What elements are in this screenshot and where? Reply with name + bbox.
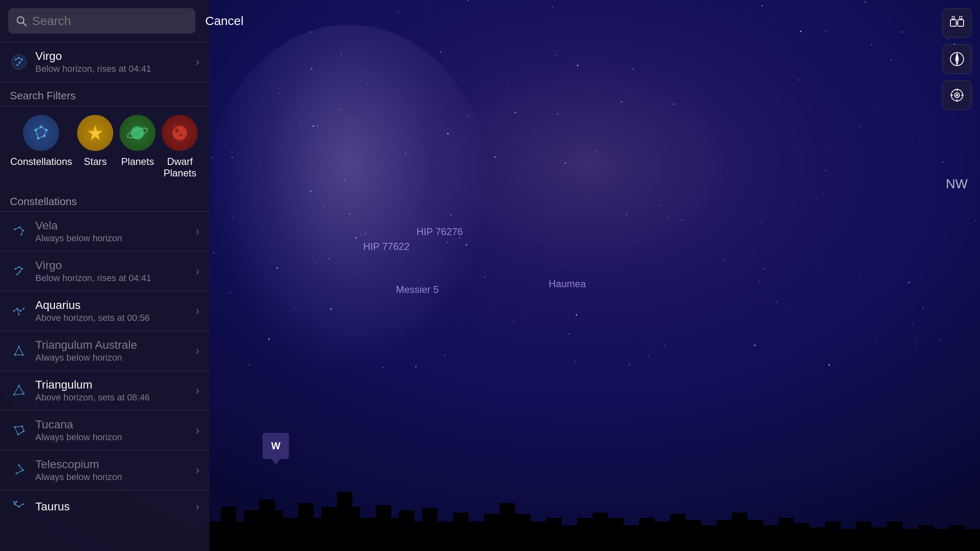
svg-point-2 bbox=[11, 55, 26, 69]
constellations-section-title: Constellations bbox=[0, 191, 209, 211]
constellation-list-text: Virgo Below horizon, rises at 04:41 bbox=[35, 259, 188, 284]
svg-point-100 bbox=[956, 94, 958, 96]
svg-line-18 bbox=[41, 127, 46, 130]
constellation-list-icon bbox=[10, 461, 28, 479]
svg-marker-22 bbox=[88, 125, 103, 140]
svg-line-32 bbox=[15, 227, 20, 229]
dwarf-planets-filter-label: Dwarf Planets bbox=[161, 156, 199, 179]
filter-constellations[interactable]: Constellations bbox=[8, 111, 74, 183]
constellation-list-sub: Always below horizon bbox=[35, 233, 188, 244]
constellations-list: Vela Always below horizon › Virgo Below … bbox=[0, 212, 209, 551]
svg-line-62 bbox=[14, 386, 19, 395]
svg-line-34 bbox=[21, 231, 23, 235]
constellation-list-chevron: › bbox=[196, 464, 199, 477]
constellation-list-text: Aquarius Above horizon, sets at 00:56 bbox=[35, 299, 188, 323]
constellation-list-chevron: › bbox=[196, 384, 199, 397]
filter-dwarf-planets[interactable]: Dwarf Planets bbox=[159, 111, 201, 183]
svg-line-51 bbox=[21, 309, 24, 311]
constellation-list-item[interactable]: Triangulum Above horizon, sets at 08:46 … bbox=[0, 371, 209, 410]
constellation-list-item[interactable]: Triangulum Australe Always below horizon… bbox=[0, 331, 209, 370]
svg-line-17 bbox=[36, 127, 41, 130]
search-icon bbox=[16, 15, 27, 27]
constellation-list-chevron: › bbox=[196, 265, 199, 278]
ar-icon bbox=[949, 15, 965, 31]
constellation-list-icon bbox=[10, 222, 28, 240]
cancel-button[interactable]: Cancel bbox=[202, 14, 247, 28]
svg-line-19 bbox=[44, 130, 46, 136]
constellation-list-name: Virgo bbox=[35, 259, 188, 272]
svg-line-56 bbox=[15, 347, 19, 355]
svg-line-76 bbox=[19, 465, 23, 470]
svg-line-64 bbox=[19, 386, 24, 394]
svg-line-49 bbox=[14, 309, 17, 311]
compass-w-arrow bbox=[272, 459, 280, 465]
filter-grid: Constellations Stars Planets bbox=[0, 107, 209, 191]
hip-77622-label: HIP 77622 bbox=[363, 241, 410, 252]
hip-76276-label: HIP 76276 bbox=[417, 226, 463, 238]
constellation-list-text: Tucana Always below horizon bbox=[35, 418, 188, 443]
constellation-list-icon bbox=[10, 421, 28, 439]
city-silhouette bbox=[205, 477, 980, 551]
compass-icon bbox=[949, 51, 965, 67]
statue-area bbox=[205, 25, 492, 373]
virgo-item-text: Virgo Below horizon, rises at 04:41 bbox=[35, 50, 188, 74]
constellation-list-item[interactable]: Tucana Always below horizon › bbox=[0, 411, 209, 450]
haumea-label: Haumea bbox=[549, 278, 586, 290]
sidebar-panel: Cancel Virgo Below bbox=[0, 0, 209, 551]
svg-line-1 bbox=[23, 23, 26, 26]
search-input[interactable] bbox=[32, 14, 188, 28]
svg-line-43 bbox=[17, 272, 20, 274]
svg-line-71 bbox=[18, 431, 24, 434]
svg-line-63 bbox=[14, 394, 24, 395]
messier-5-label: Messier 5 bbox=[396, 284, 439, 295]
constellation-list-icon bbox=[10, 498, 28, 516]
constellation-list-chevron: › bbox=[196, 344, 199, 357]
virgo-sub: Below horizon, rises at 04:41 bbox=[35, 64, 188, 74]
constellation-list-item[interactable]: Taurus › bbox=[0, 490, 209, 523]
constellation-list-name: Vela bbox=[35, 219, 188, 232]
svg-line-33 bbox=[20, 227, 23, 231]
svg-line-40 bbox=[16, 267, 19, 269]
constellation-list-name: Taurus bbox=[35, 500, 188, 513]
constellation-list-text: Taurus bbox=[35, 500, 188, 513]
compass-button[interactable] bbox=[942, 44, 972, 74]
virgo-icon bbox=[10, 53, 28, 71]
constellation-list-icon bbox=[10, 302, 28, 320]
constellation-list-item[interactable]: Telescopium Always below horizon › bbox=[0, 450, 209, 490]
svg-line-84 bbox=[19, 504, 23, 507]
constellation-list-name: Triangulum bbox=[35, 378, 188, 391]
compass-w: W bbox=[263, 433, 289, 465]
constellation-list-icon bbox=[10, 342, 28, 360]
svg-point-25 bbox=[172, 126, 187, 140]
filter-planets[interactable]: Planets bbox=[117, 111, 159, 183]
recent-virgo-item[interactable]: Virgo Below horizon, rises at 04:41 › bbox=[0, 42, 209, 82]
constellations-filter-icon bbox=[23, 115, 59, 151]
constellation-list-sub: Above horizon, sets at 00:56 bbox=[35, 313, 188, 323]
svg-line-77 bbox=[16, 470, 23, 473]
dwarf-planets-filter-icon bbox=[162, 115, 198, 151]
svg-point-26 bbox=[175, 128, 179, 133]
svg-line-72 bbox=[15, 427, 18, 434]
search-filters-title: Search Filters bbox=[0, 82, 209, 106]
search-input-wrapper[interactable] bbox=[8, 8, 195, 34]
constellation-list-item[interactable]: Virgo Below horizon, rises at 04:41 › bbox=[0, 251, 209, 291]
constellation-list-item[interactable]: Aquarius Above horizon, sets at 00:56 › bbox=[0, 291, 209, 331]
virgo-chevron: › bbox=[196, 55, 199, 69]
constellation-list-icon bbox=[10, 382, 28, 400]
target-button[interactable] bbox=[942, 80, 972, 110]
svg-line-58 bbox=[19, 347, 23, 355]
constellation-list-name: Tucana bbox=[35, 418, 188, 431]
svg-line-70 bbox=[22, 426, 24, 431]
constellation-list-chevron: › bbox=[196, 304, 199, 318]
constellation-list-text: Telescopium Always below horizon bbox=[35, 458, 188, 482]
filter-stars[interactable]: Stars bbox=[74, 111, 117, 183]
svg-line-20 bbox=[38, 136, 44, 138]
constellation-list-chevron: › bbox=[196, 500, 199, 513]
ar-mode-button[interactable] bbox=[942, 8, 972, 38]
constellation-list-item[interactable]: Vela Always below horizon › bbox=[0, 212, 209, 251]
right-controls bbox=[942, 8, 972, 110]
planets-filter-icon bbox=[119, 115, 156, 151]
constellation-list-sub: Always below horizon bbox=[35, 472, 188, 482]
svg-line-83 bbox=[15, 504, 19, 507]
compass-nw-label: NW bbox=[946, 176, 968, 192]
